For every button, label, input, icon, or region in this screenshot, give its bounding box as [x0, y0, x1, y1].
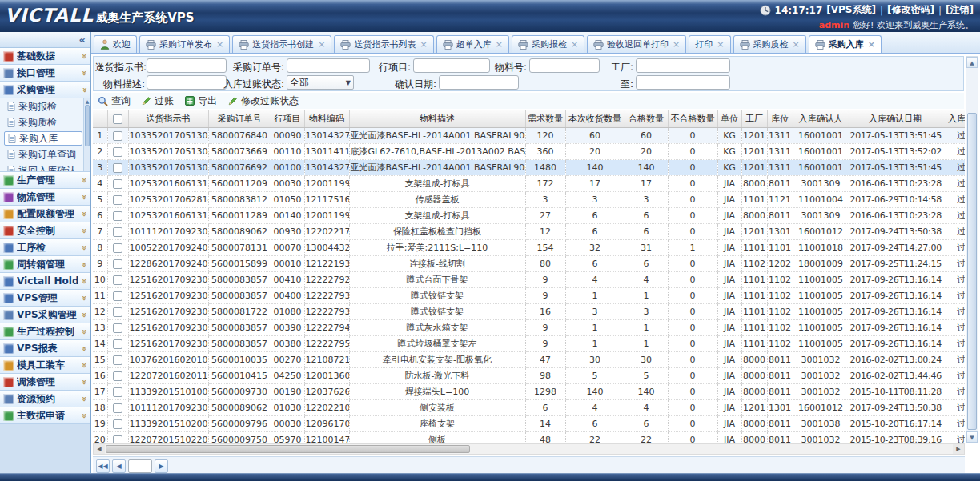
pager-next-button[interactable]: ▶ [155, 459, 168, 473]
tab-10[interactable]: 采购入库× [809, 35, 882, 53]
sidebar-item-16[interactable]: 调漆管理» [0, 374, 90, 391]
vertical-scroll-thumb[interactable] [967, 113, 977, 430]
sidebar-item-7[interactable]: 安全控制» [0, 222, 90, 239]
row-checkbox[interactable] [113, 355, 122, 365]
logout-link[interactable]: [注销] [946, 3, 974, 17]
tab-1[interactable]: 欢迎 [94, 35, 137, 53]
table-row[interactable]: 510253201706281458000838120105012117516传… [93, 191, 965, 207]
posting-status-select[interactable]: 全部 ▼ [287, 75, 354, 90]
material-no-input[interactable] [529, 58, 600, 73]
table-row[interactable]: 110335201705130158000768400009013014327亚… [93, 127, 965, 143]
row-checkbox[interactable] [113, 211, 122, 221]
pager-page-input[interactable] [128, 459, 152, 473]
tab-7[interactable]: 验收退回单打印× [587, 35, 686, 53]
sidebar-item-11[interactable]: VPS管理» [0, 290, 90, 307]
row-checkbox[interactable] [113, 275, 122, 285]
row-checkbox[interactable] [113, 403, 122, 413]
material-desc-input[interactable] [147, 75, 227, 90]
scroll-down-arrow-icon[interactable]: ▼ [966, 431, 978, 443]
sidebar-item-5[interactable]: 物流管理» [0, 189, 90, 206]
submenu-scrollbar[interactable]: ▲ [83, 98, 90, 171]
column-header[interactable]: 物料编码 [304, 110, 349, 127]
close-tab-icon[interactable]: × [793, 39, 800, 50]
sidebar-subitem-2[interactable]: 采购质检 [0, 114, 83, 130]
column-header[interactable]: 本次收货数量 [565, 110, 625, 127]
column-header[interactable]: 入库过账 [942, 110, 965, 127]
table-row[interactable]: 210335201705130458000736690011013011411底… [93, 143, 965, 159]
row-checkbox[interactable] [113, 131, 122, 141]
row-checkbox[interactable] [113, 291, 122, 301]
scroll-up-arrow-icon[interactable]: ▲ [966, 57, 978, 68]
to-date-input[interactable] [636, 75, 730, 90]
sidebar-item-9[interactable]: 周转箱管理» [0, 256, 90, 273]
table-row[interactable]: 1911339201510200256000097960003012096170… [93, 415, 965, 431]
sidebar-item-10[interactable]: Victall Holding» [0, 273, 90, 290]
horizontal-scroll-thumb[interactable] [106, 445, 470, 453]
row-checkbox[interactable] [113, 371, 122, 381]
close-tab-icon[interactable]: × [717, 39, 724, 50]
close-tab-icon[interactable]: × [868, 39, 875, 50]
close-tab-icon[interactable]: × [673, 39, 680, 50]
tab-4[interactable]: 送货指示书列表× [334, 35, 433, 53]
change-posting-status-button[interactable]: 修改过账状态 [228, 94, 299, 108]
sidebar-item-6[interactable]: 配置限额管理» [0, 206, 90, 222]
sidebar-item-2[interactable]: 接口管理» [0, 65, 90, 82]
row-checkbox[interactable] [113, 227, 122, 237]
sidebar-item-12[interactable]: VPS采购管理» [0, 307, 90, 323]
sidebar-item-8[interactable]: 工序检» [0, 239, 90, 256]
row-checkbox[interactable] [113, 147, 122, 157]
pager-first-button[interactable]: ◀◀ [96, 459, 110, 473]
sidebar-item-18[interactable]: 主数据申请» [0, 407, 90, 424]
table-row[interactable]: 1112516201709230658000838570040012222793… [93, 287, 965, 303]
close-tab-icon[interactable]: × [496, 39, 503, 50]
sidebar-collapse-button[interactable]: « [0, 32, 90, 48]
plant-input[interactable] [636, 58, 730, 73]
tab-2[interactable]: 采购订单发布× [139, 35, 230, 53]
table-row[interactable]: 912286201709240756000158990001012122193连… [93, 255, 965, 271]
column-header[interactable]: 入库确认日期 [849, 110, 942, 127]
table-row[interactable]: 710111201709230258000890620093012202217保… [93, 223, 965, 239]
column-header[interactable]: 行项目 [271, 110, 304, 127]
sidebar-subitem-3[interactable]: 采购入库 [4, 131, 82, 146]
row-checkbox[interactable] [113, 419, 122, 429]
row-checkbox[interactable] [113, 307, 122, 317]
table-row[interactable]: 2012207201510220756000097500597012100147… [93, 431, 965, 443]
column-header[interactable]: 需求数量 [525, 110, 565, 127]
sidebar-item-1[interactable]: 基础数据» [0, 48, 90, 65]
column-header[interactable]: 送货指示书 [128, 110, 208, 127]
po-number-input[interactable] [287, 58, 370, 73]
submenu-scroll-thumb[interactable] [85, 105, 90, 146]
pager-prev-button[interactable]: ◀ [112, 459, 126, 473]
table-row[interactable]: 1312516201709230658000838570039012222794… [93, 319, 965, 335]
row-checkbox[interactable] [113, 163, 122, 173]
column-header[interactable]: 合格数量 [625, 110, 668, 127]
line-item-input[interactable] [413, 58, 490, 73]
select-all-checkbox[interactable] [113, 114, 122, 124]
table-row[interactable]: 1510376201602010156000100350027012108721… [93, 351, 965, 367]
query-button[interactable]: 查询 [98, 94, 131, 108]
row-checkbox[interactable] [113, 195, 122, 205]
column-header[interactable]: 入库确认人 [793, 110, 849, 127]
delivery-note-input[interactable] [147, 58, 227, 73]
scroll-right-arrow-icon[interactable]: ▶ [953, 444, 964, 454]
row-checkbox[interactable] [113, 387, 122, 397]
table-row[interactable]: 810052201709240158000781310007013004432拉… [93, 239, 965, 255]
row-checkbox[interactable] [113, 339, 122, 349]
close-tab-icon[interactable]: × [571, 39, 578, 50]
confirm-date-input[interactable] [439, 75, 519, 90]
tab-5[interactable]: 超单入库× [436, 35, 509, 53]
table-row[interactable]: 610253201606131156000112890014012001199支… [93, 207, 965, 223]
row-checkbox[interactable] [113, 435, 122, 444]
sidebar-subitem-5[interactable]: 退回入库确认 [0, 162, 83, 172]
tab-8[interactable]: 打印× [689, 35, 730, 53]
row-checkbox[interactable] [113, 323, 122, 333]
table-row[interactable]: 310335201705130158000766920010013014327亚… [93, 159, 965, 175]
column-header[interactable]: 工厂 [741, 110, 767, 127]
tab-6[interactable]: 采购报检× [512, 35, 584, 53]
close-tab-icon[interactable]: × [318, 39, 325, 50]
sidebar-subitem-4[interactable]: 采购订单查询 [0, 146, 83, 162]
sidebar-item-17[interactable]: 资源预约» [0, 391, 90, 407]
sidebar-item-14[interactable]: VPS报表» [0, 340, 90, 357]
sidebar-subitem-1[interactable]: 采购报检 [0, 98, 83, 114]
column-header[interactable]: 不合格数量 [668, 110, 717, 127]
